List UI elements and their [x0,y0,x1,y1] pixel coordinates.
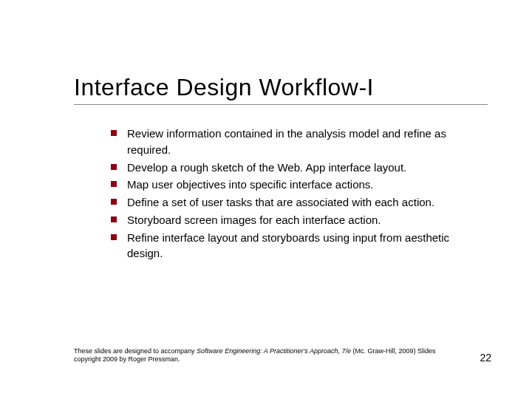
list-item: Refine interface layout and storyboards … [111,230,488,262]
page-number: 22 [480,352,491,364]
list-item: Review information contained in the anal… [111,126,488,158]
bullet-list: Review information contained in the anal… [74,126,488,262]
list-item: Develop a rough sketch of the Web. App i… [111,160,488,176]
slide-title: Interface Design Workflow-I [74,74,488,105]
list-item: Storyboard screen images for each interf… [111,212,488,228]
list-item: Define a set of user tasks that are asso… [111,194,488,211]
footer-attribution: These slides are designed to accompany S… [74,347,458,364]
slide: Interface Design Workflow-I Review infor… [0,0,532,399]
footer-prefix: These slides are designed to accompany [74,347,197,355]
list-item: Map user objectives into specific interf… [111,177,488,193]
footer-italic: Software Engineering: A Practitioner's A… [197,347,351,355]
